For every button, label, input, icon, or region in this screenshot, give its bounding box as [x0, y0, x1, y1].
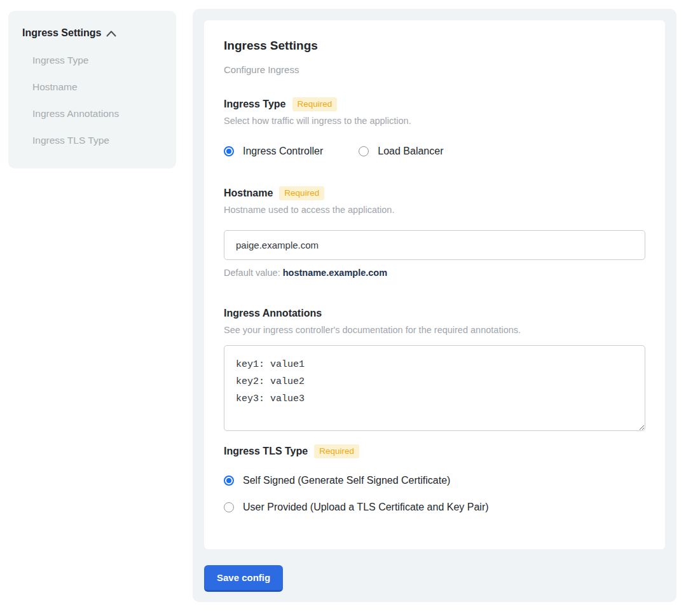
sidebar-section-ingress-settings[interactable]: Ingress Settings: [22, 27, 162, 39]
radio-option-ingress-controller[interactable]: Ingress Controller: [224, 145, 323, 158]
sidebar-item-ingress-annotations[interactable]: Ingress Annotations: [22, 107, 162, 120]
radio-icon: [224, 476, 234, 486]
radio-option-self-signed[interactable]: Self Signed (Generate Self Signed Certif…: [224, 474, 645, 487]
radio-option-label: Ingress Controller: [243, 145, 323, 158]
radio-option-label: User Provided (Upload a TLS Certificate …: [243, 501, 489, 514]
ingress-settings-card: Ingress Settings Configure Ingress Ingre…: [204, 20, 665, 549]
settings-sidebar: Ingress Settings Ingress Type Hostname I…: [8, 11, 176, 168]
page-title: Ingress Settings: [224, 38, 645, 53]
radio-icon: [224, 146, 234, 156]
radio-icon: [224, 502, 234, 512]
default-value-text: hostname.example.com: [283, 268, 387, 278]
sidebar-item-ingress-type[interactable]: Ingress Type: [22, 54, 162, 66]
ingress-annotations-label: Ingress Annotations: [224, 308, 322, 319]
radio-icon: [359, 146, 369, 156]
ingress-type-section: Ingress Type Required Select how traffic…: [224, 97, 645, 158]
page-subtitle: Configure Ingress: [224, 64, 645, 76]
required-badge: Required: [279, 186, 324, 200]
ingress-tls-type-radio-group: Self Signed (Generate Self Signed Certif…: [224, 474, 645, 514]
required-badge: Required: [292, 97, 338, 111]
ingress-type-radio-group: Ingress Controller Load Balancer: [224, 145, 645, 158]
ingress-type-description: Select how traffic will ingress to the a…: [224, 114, 645, 127]
ingress-annotations-description: See your ingress controller's documentat…: [224, 324, 645, 336]
ingress-type-label: Ingress Type: [224, 99, 286, 110]
default-value-label: Default value:: [224, 268, 283, 278]
hostname-section: Hostname Required Hostname used to acces…: [224, 186, 645, 278]
ingress-tls-type-label: Ingress TLS Type: [224, 446, 308, 457]
ingress-annotations-textarea[interactable]: key1: value1 key2: value2 key3: value3: [224, 345, 645, 431]
sidebar-nav: Ingress Type Hostname Ingress Annotation…: [22, 54, 162, 146]
hostname-label: Hostname: [224, 188, 273, 199]
ingress-tls-type-section: Ingress TLS Type Required Self Signed (G…: [224, 444, 645, 514]
required-badge: Required: [314, 444, 359, 458]
chevron-up-icon: [106, 31, 116, 37]
sidebar-item-hostname[interactable]: Hostname: [22, 81, 162, 93]
save-config-button[interactable]: Save config: [204, 565, 283, 592]
ingress-settings-panel: Ingress Settings Configure Ingress Ingre…: [193, 9, 676, 602]
radio-option-label: Self Signed (Generate Self Signed Certif…: [243, 474, 450, 487]
radio-option-load-balancer[interactable]: Load Balancer: [359, 145, 443, 158]
hostname-default-value: Default value: hostname.example.com: [224, 268, 645, 278]
hostname-description: Hostname used to access the application.: [224, 203, 645, 216]
hostname-input[interactable]: [224, 230, 645, 260]
sidebar-item-ingress-tls-type[interactable]: Ingress TLS Type: [22, 134, 162, 146]
sidebar-section-label: Ingress Settings: [22, 27, 101, 39]
radio-option-label: Load Balancer: [378, 145, 443, 158]
radio-option-user-provided[interactable]: User Provided (Upload a TLS Certificate …: [224, 501, 645, 514]
ingress-annotations-section: Ingress Annotations See your ingress con…: [224, 306, 645, 431]
